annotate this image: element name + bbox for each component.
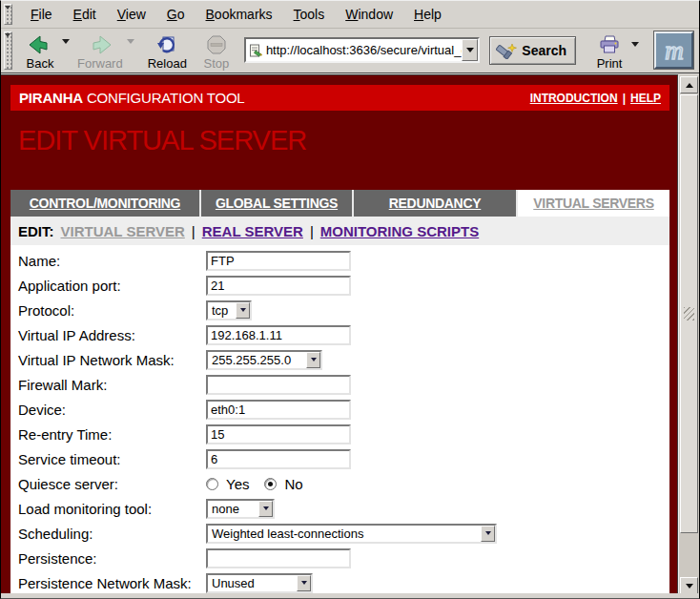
menu-items: FileEditViewGoBookmarksToolsWindowHelp <box>20 3 452 26</box>
scroll-down-icon[interactable] <box>680 577 698 594</box>
menu-help[interactable]: Help <box>403 3 452 26</box>
radio-yes[interactable] <box>206 478 218 490</box>
chevron-down-icon[interactable] <box>258 501 273 517</box>
scheduling-selected-value: Weighted least-connections <box>212 527 481 541</box>
forward-icon <box>89 33 112 56</box>
menu-tools[interactable]: Tools <box>283 3 336 26</box>
label-persistence-network-mask: Persistence Network Mask: <box>18 575 206 591</box>
subnav-real-server[interactable]: REAL SERVER <box>202 223 303 239</box>
url-input[interactable] <box>266 43 462 57</box>
print-label: Print <box>597 56 623 71</box>
form-row-device: Device: <box>10 397 669 422</box>
firewall-mark-input[interactable] <box>206 375 351 395</box>
menu-window[interactable]: Window <box>335 3 403 26</box>
label-virtual-ip-network-mask: Virtual IP Network Mask: <box>18 352 206 368</box>
tab-redundancy[interactable]: REDUNDANCY <box>354 190 518 217</box>
reload-button[interactable]: Reload <box>146 30 189 72</box>
label-scheduling: Scheduling: <box>18 526 206 542</box>
menu-view[interactable]: View <box>107 3 156 26</box>
form-row-firewall-mark: Firewall Mark: <box>10 372 669 397</box>
re-entry-time-input[interactable] <box>206 424 351 444</box>
print-button[interactable]: Print <box>589 30 629 72</box>
brand-bold: PIRANHA <box>19 90 83 106</box>
virtual-ip-network-mask-select[interactable]: 255.255.255.0 <box>206 350 322 370</box>
chevron-down-icon[interactable] <box>481 526 495 542</box>
menu-edit[interactable]: Edit <box>63 3 107 26</box>
search-button[interactable]: Search <box>489 36 576 65</box>
scheduling-select[interactable]: Weighted least-connections <box>206 524 497 544</box>
forward-button[interactable]: Forward <box>75 30 125 72</box>
chevron-down-icon[interactable] <box>236 302 250 319</box>
scroll-up-icon[interactable] <box>680 76 698 93</box>
print-icon <box>598 33 621 56</box>
form-row-name: Name: <box>10 248 669 273</box>
url-bar[interactable] <box>244 37 480 63</box>
toolbar-grippy-icon[interactable] <box>4 31 12 70</box>
print-dropdown-icon[interactable] <box>631 42 639 51</box>
browser-window: FileEditViewGoBookmarksToolsWindowHelp B… <box>0 0 700 599</box>
page-title: EDIT VIRTUAL SERVER <box>18 125 306 156</box>
radio-label-yes: Yes <box>226 476 249 492</box>
subnav-bar: EDIT: VIRTUAL SERVER|REAL SERVER|MONITOR… <box>10 217 669 245</box>
mozilla-logo-icon[interactable]: m <box>654 31 693 69</box>
scrollbar-thumb[interactable] <box>680 94 698 533</box>
stop-button[interactable]: Stop <box>196 30 237 72</box>
help-link[interactable]: HELP <box>630 92 661 105</box>
chevron-down-icon[interactable] <box>306 352 320 368</box>
stop-label: Stop <box>204 56 230 71</box>
menu-go[interactable]: Go <box>156 3 196 26</box>
stop-icon <box>207 33 226 56</box>
banner-link-separator: | <box>623 92 626 105</box>
chevron-down-icon[interactable] <box>297 575 311 591</box>
subnav-virtual-server[interactable]: VIRTUAL SERVER <box>61 223 185 239</box>
radio-label-no: No <box>284 476 302 492</box>
persistence-input[interactable] <box>206 548 351 568</box>
piranha-banner: PIRANHA CONFIGURATION TOOL INTRODUCTION … <box>10 85 669 111</box>
toolbar-grippy-icon[interactable] <box>4 4 12 25</box>
back-button[interactable]: Back <box>20 30 60 72</box>
application-port-input[interactable] <box>206 276 351 296</box>
protocol-select[interactable]: tcp <box>206 300 252 320</box>
menu-bar: FileEditViewGoBookmarksToolsWindowHelp <box>1 1 699 29</box>
subnav-monitoring-scripts[interactable]: MONITORING SCRIPTS <box>320 223 479 239</box>
page-icon <box>249 43 262 58</box>
back-icon <box>29 33 51 56</box>
tab-virtual-servers[interactable]: VIRTUAL SERVERS <box>518 190 669 217</box>
virtual-ip-address-input[interactable] <box>206 325 351 345</box>
form-row-quiesce-server: Quiesce server:YesNo <box>10 471 669 496</box>
name-input[interactable] <box>206 251 351 271</box>
tab-global-settings[interactable]: GLOBAL SETTINGS <box>201 190 354 217</box>
subnav-separator: | <box>310 223 314 239</box>
form-row-application-port: Application port: <box>10 273 669 298</box>
label-application-port: Application port: <box>18 278 206 294</box>
menu-file[interactable]: File <box>20 3 63 26</box>
forward-dropdown-icon[interactable] <box>127 39 134 48</box>
vertical-scrollbar[interactable] <box>678 75 699 595</box>
quiesce-server-radio-group: YesNo <box>206 476 313 492</box>
label-service-timeout: Service timeout: <box>18 451 206 467</box>
label-protocol: Protocol: <box>18 302 206 319</box>
window-bottom-frame <box>1 593 699 598</box>
persistence-network-mask-select[interactable]: Unused <box>206 573 313 593</box>
form-row-re-entry-time: Re-entry Time: <box>10 422 669 446</box>
protocol-selected-value: tcp <box>212 303 236 318</box>
subnav-prefix: EDIT: <box>18 223 54 239</box>
search-flashlight-icon <box>496 42 517 59</box>
radio-no[interactable] <box>264 478 277 490</box>
url-history-dropdown-icon[interactable] <box>462 39 478 61</box>
search-label: Search <box>522 43 566 58</box>
load-monitoring-tool-select[interactable]: none <box>206 499 275 519</box>
banner-links: INTRODUCTION | HELP <box>530 92 661 105</box>
tab-control-monitoring[interactable]: CONTROL/MONITORING <box>10 190 201 217</box>
service-timeout-input[interactable] <box>206 449 351 469</box>
menu-bookmarks[interactable]: Bookmarks <box>196 3 283 26</box>
label-persistence: Persistence: <box>18 550 206 567</box>
form-row-protocol: Protocol:tcp <box>10 298 669 322</box>
virtual-server-form: Name:Application port:Protocol:tcpVirtua… <box>10 245 669 595</box>
form-row-service-timeout: Service timeout: <box>10 446 669 471</box>
back-dropdown-icon[interactable] <box>62 39 70 48</box>
device-input[interactable] <box>206 400 351 420</box>
brand-rest: CONFIGURATION TOOL <box>83 90 245 106</box>
introduction-link[interactable]: INTRODUCTION <box>530 92 618 105</box>
load-monitoring-tool-selected-value: none <box>212 502 258 516</box>
